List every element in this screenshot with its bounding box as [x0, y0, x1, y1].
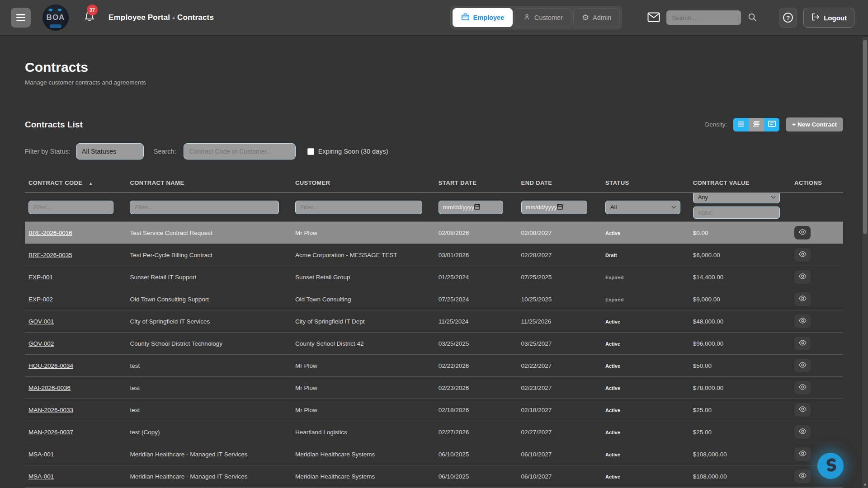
list-title: Contracts List [25, 120, 83, 130]
table-row[interactable]: MSA-001 Meridian Healthcare - Managed IT… [25, 465, 843, 488]
table-row[interactable]: BRE-2026-0035 Test Per-Cycle Billing Con… [25, 244, 843, 266]
contract-code-link[interactable]: GOV-002 [28, 340, 54, 347]
messages-button[interactable] [647, 12, 660, 23]
contract-name-cell: test [126, 377, 292, 399]
page-scrollbar[interactable]: ▼ [862, 37, 868, 488]
contract-code-link[interactable]: BRE-2026-0016 [28, 230, 72, 236]
view-contract-button[interactable] [794, 425, 811, 439]
col-end-date[interactable]: END DATE [518, 179, 602, 193]
start-date-filter[interactable]: mm/dd/yyyy [439, 201, 503, 214]
expiring-soon-checkbox[interactable] [307, 148, 314, 155]
view-contract-button[interactable] [794, 447, 811, 461]
name-filter-input[interactable] [130, 201, 279, 214]
table-row[interactable]: HOU-2026-0034 test Mr Plow 02/22/2026 02… [25, 355, 843, 377]
menu-button[interactable] [11, 8, 31, 28]
col-contract-value[interactable]: CONTRACT VALUE [689, 179, 791, 193]
table-row[interactable]: BRE-2026-0016 Test Service Contract Requ… [25, 222, 843, 244]
col-start-date[interactable]: START DATE [435, 179, 518, 193]
calendar-icon [474, 203, 498, 211]
code-filter-input[interactable] [28, 201, 113, 214]
table-row[interactable]: GOV-001 City of Springfield IT Services … [25, 310, 843, 333]
search-submit-button[interactable] [747, 12, 757, 23]
col-contract-name[interactable]: CONTRACT NAME [126, 179, 292, 193]
tab-employee[interactable]: Employee [453, 8, 513, 27]
end-date-cell: 11/25/2026 [518, 310, 602, 333]
eye-icon [798, 361, 807, 370]
density-label: Density: [705, 121, 727, 128]
contract-code-link[interactable]: MAN-2026-0033 [28, 407, 73, 413]
view-contract-button[interactable] [794, 270, 811, 284]
new-contract-button[interactable]: + New Contract [786, 117, 843, 131]
status-badge: Expired [605, 275, 623, 280]
eye-icon [798, 472, 807, 480]
tab-customer[interactable]: Customer [514, 8, 571, 27]
contract-value-cell: $96,000.00 [689, 333, 791, 355]
status-column-filter[interactable]: All [605, 201, 680, 214]
end-date-filter[interactable]: mm/dd/yyyy [521, 201, 587, 214]
table-row[interactable]: EXP-002 Old Town Consulting Support Old … [25, 288, 843, 310]
table-row[interactable]: MAI-2026-0036 test Mr Plow 02/23/2026 02… [25, 377, 843, 399]
customer-filter-input[interactable] [295, 201, 422, 214]
contract-search-input[interactable] [184, 143, 296, 160]
contract-code-link[interactable]: HOU-2026-0034 [28, 362, 73, 369]
end-date-cell: 03/25/2027 [518, 333, 602, 355]
density-comfortable-button[interactable] [749, 118, 764, 131]
contract-code-link[interactable]: MAN-2026-0037 [28, 429, 73, 436]
scrollbar-thumb[interactable] [863, 40, 867, 234]
table-row[interactable]: MAN-2026-0037 test (Copy) Heartland Logi… [25, 421, 843, 443]
value-operator-select[interactable]: Any [693, 193, 780, 204]
contract-code-link[interactable]: MSA-001 [28, 473, 54, 480]
contract-code-link[interactable]: EXP-002 [28, 296, 53, 303]
table-row[interactable]: MAN-2026-0033 test Mr Plow 02/18/2026 02… [25, 399, 843, 421]
help-button[interactable]: ? [779, 8, 797, 28]
col-contract-code[interactable]: CONTRACT CODE ▲ [25, 179, 126, 193]
contract-code-link[interactable]: MAI-2026-0036 [28, 385, 71, 391]
status-badge: Active [605, 408, 620, 413]
view-contract-button[interactable] [794, 469, 811, 483]
density-compact-button[interactable] [733, 118, 749, 131]
tab-admin[interactable]: ⚙ Admin [573, 8, 620, 27]
tab-employee-label: Employee [473, 14, 505, 21]
contract-code-link[interactable]: EXP-001 [28, 274, 53, 281]
view-contract-button[interactable] [794, 337, 811, 350]
start-date-cell: 03/25/2025 [435, 333, 518, 355]
contract-code-link[interactable]: MSA-001 [28, 451, 54, 458]
table-row[interactable]: GOV-002 County School District Technolog… [25, 333, 843, 355]
status-filter-select[interactable]: All Statuses [76, 143, 144, 160]
global-search-input[interactable] [666, 10, 741, 25]
end-date-cell: 02/23/2027 [518, 377, 602, 399]
scrollbar-down-arrow[interactable]: ▼ [863, 483, 867, 487]
logout-icon [811, 13, 820, 22]
view-contract-button[interactable] [794, 314, 811, 328]
contract-code-link[interactable]: GOV-001 [28, 318, 54, 325]
status-badge: Draft [605, 253, 617, 258]
table-row[interactable]: MSA-001 Meridian Healthcare - Managed IT… [25, 443, 843, 465]
notifications-button[interactable]: 37 [83, 10, 96, 25]
view-contract-button[interactable] [794, 359, 811, 372]
contract-code-link[interactable]: BRE-2026-0035 [28, 252, 72, 258]
status-badge: Active [605, 430, 620, 435]
col-customer[interactable]: CUSTOMER [292, 179, 435, 193]
contract-name-cell: Sunset Retail IT Support [126, 266, 292, 288]
logout-label: Logout [824, 14, 847, 22]
density-toggle [733, 118, 779, 131]
page-subtitle: Manage customer contracts and agreements [25, 79, 843, 86]
chat-button[interactable] [817, 453, 844, 479]
view-contract-button[interactable] [794, 403, 811, 417]
customer-cell: County School District 42 [292, 333, 435, 355]
contract-value-cell: $14,400.00 [689, 266, 791, 288]
view-contract-button[interactable] [794, 292, 811, 306]
contract-value-cell: $9,000.00 [689, 288, 791, 310]
logout-button[interactable]: Logout [803, 8, 854, 28]
view-contract-button[interactable] [794, 248, 811, 262]
app-title: Employee Portal - Contracts [108, 13, 214, 22]
customer-cell: Mr Plow [292, 399, 435, 421]
value-filter-input[interactable] [693, 206, 780, 219]
density-card-button[interactable] [764, 118, 779, 131]
table-row[interactable]: EXP-001 Sunset Retail IT Support Sunset … [25, 266, 843, 288]
view-contract-button[interactable] [794, 381, 811, 394]
start-date-cell: 03/01/2026 [435, 244, 518, 266]
col-status[interactable]: STATUS [602, 179, 689, 193]
contract-name-cell: Old Town Consulting Support [126, 288, 292, 310]
view-contract-button[interactable] [794, 226, 811, 239]
